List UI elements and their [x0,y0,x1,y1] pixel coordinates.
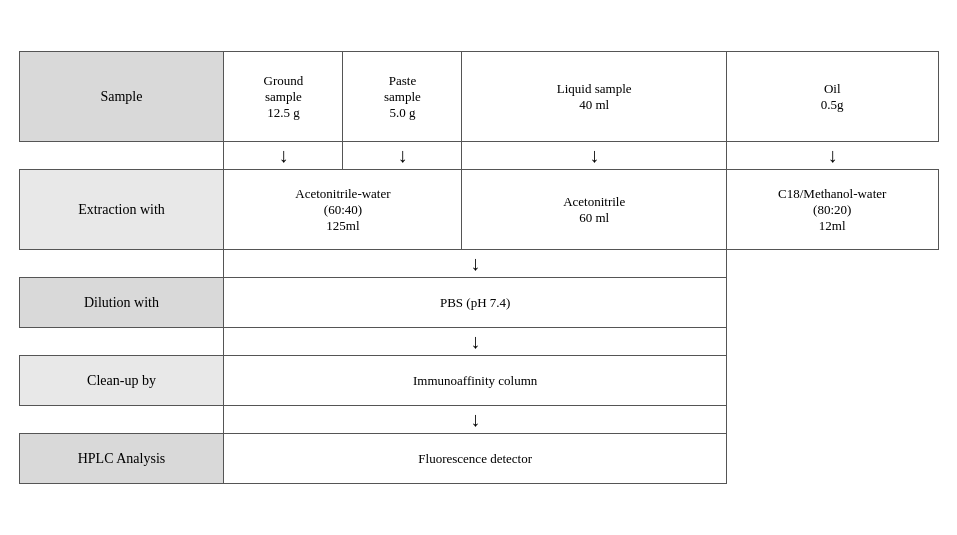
oil-cell: Oil0.5g [726,52,938,142]
paste-sample-cell: Pastesample5.0 g [343,52,462,142]
arrow-paste: ↓ [343,142,462,170]
arrow-spacer-2 [19,250,224,278]
arrow-ground: ↓ [224,142,343,170]
arrow-row-3: ↓ [19,328,938,356]
immunoaffinity-cell: Immunoaffinity column [224,356,726,406]
arrow-spacer-1 [19,142,224,170]
arrow-row-1: ↓ ↓ ↓ ↓ [19,142,938,170]
ground-sample-cell: Groundsample12.5 g [224,52,343,142]
immunoaffinity-text: Immunoaffinity column [413,373,537,388]
acetonitrile-cell: Acetonitrile60 ml [462,170,726,250]
liquid-sample-text: Liquid sample40 ml [557,81,632,112]
fluorescence-cell: Fluorescence detector [224,434,726,484]
c18-text: C18/Methanol-water(80:20)12ml [778,186,886,233]
dilution-empty [726,278,938,328]
arrow-oil: ↓ [726,142,938,170]
cleanup-row: Clean-up by Immunoaffinity column [19,356,938,406]
extraction-row: Extraction with Acetonitrile-water(60:40… [19,170,938,250]
arrow-center: ↓ [224,250,726,278]
liquid-sample-cell: Liquid sample40 ml [462,52,726,142]
oil-text: Oil0.5g [821,81,844,112]
hplc-empty [726,434,938,484]
flow-table: Sample Groundsample12.5 g Pastesample5.0… [19,51,939,484]
cleanup-empty [726,356,938,406]
arrow-empty-2 [726,328,938,356]
ground-sample-text: Groundsample12.5 g [264,73,304,120]
sample-label: Sample [19,52,224,142]
arrow-spacer-4 [19,406,224,434]
dilution-row: Dilution with PBS (pH 7.4) [19,278,938,328]
arrow-center-2: ↓ [224,328,726,356]
arrow-liquid: ↓ [462,142,726,170]
acetonitrile-text: Acetonitrile60 ml [563,194,625,225]
sample-row: Sample Groundsample12.5 g Pastesample5.0… [19,52,938,142]
arrow-empty-3 [726,406,938,434]
c18-cell: C18/Methanol-water(80:20)12ml [726,170,938,250]
acetonitrile-water-cell: Acetonitrile-water(60:40)125ml [224,170,462,250]
fluorescence-text: Fluorescence detector [418,451,532,466]
hplc-row: HPLC Analysis Fluorescence detector [19,434,938,484]
cleanup-label: Clean-up by [19,356,224,406]
pbs-cell: PBS (pH 7.4) [224,278,726,328]
arrow-row-4: ↓ [19,406,938,434]
hplc-label: HPLC Analysis [19,434,224,484]
dilution-label: Dilution with [19,278,224,328]
arrow-empty [726,250,938,278]
pbs-text: PBS (pH 7.4) [440,295,510,310]
arrow-row-2: ↓ [19,250,938,278]
acetonitrile-water-text: Acetonitrile-water(60:40)125ml [295,186,390,233]
arrow-center-3: ↓ [224,406,726,434]
arrow-spacer-3 [19,328,224,356]
paste-sample-text: Pastesample5.0 g [384,73,421,120]
extraction-label: Extraction with [19,170,224,250]
flow-diagram: Sample Groundsample12.5 g Pastesample5.0… [19,51,939,484]
